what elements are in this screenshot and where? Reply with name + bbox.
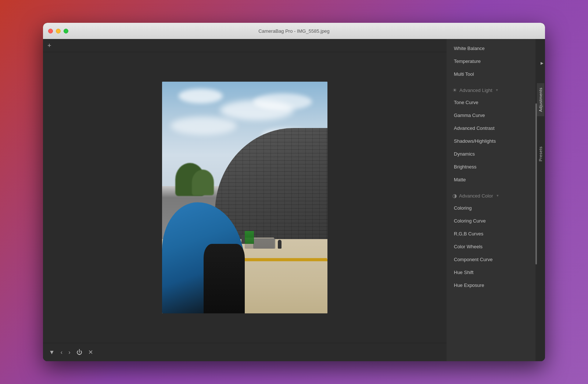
prev-button[interactable]: ‹ <box>61 349 62 356</box>
menu-item-temperature[interactable]: Temperature <box>447 55 537 68</box>
tab-arrow[interactable]: ▶ <box>541 61 544 65</box>
sun-icon: ☀ <box>452 87 457 93</box>
backpack <box>204 244 245 313</box>
photo-container <box>162 82 327 313</box>
dropdown-button[interactable]: ▼ <box>49 349 55 356</box>
right-panel-tabs: ▶ Adjustments Presets <box>537 39 545 361</box>
color-wheel-icon: ◑ <box>452 193 457 199</box>
add-button[interactable]: + <box>47 42 51 49</box>
menu-item-advanced-contrast[interactable]: Advanced Contrast <box>447 122 537 135</box>
menu-item-tone-curve[interactable]: Tone Curve <box>447 96 537 109</box>
menu-item-brightness[interactable]: Brightness <box>447 160 537 173</box>
canvas-area: + <box>43 39 447 361</box>
tab-adjustments[interactable]: Adjustments <box>537 83 544 116</box>
window-title: CameraBag Pro - IMG_5585.jpeg <box>258 28 330 34</box>
close-button[interactable] <box>48 29 53 33</box>
canvas-toolbar-bottom: ▼ ‹ › ⏻ ✕ <box>43 343 447 361</box>
tree-2 <box>192 170 214 195</box>
menu-item-white-balance[interactable]: White Balance <box>447 42 537 55</box>
cloud-4 <box>171 117 237 135</box>
main-content: + <box>43 39 545 361</box>
canvas-toolbar-top: + <box>43 39 447 52</box>
menu-item-coloring[interactable]: Coloring <box>447 202 537 214</box>
next-button[interactable]: › <box>68 349 70 356</box>
power-button[interactable]: ⏻ <box>76 349 82 356</box>
bikes <box>253 238 275 249</box>
menu-item-hue-shift[interactable]: Hue Shift <box>447 266 537 279</box>
traffic-lights <box>48 29 68 33</box>
green-accent <box>245 231 254 244</box>
menu-item-matte[interactable]: Matte <box>447 173 537 186</box>
right-panel: White Balance Temperature Multi Tool ☀ A… <box>447 39 545 361</box>
menu-item-shadows-highlights[interactable]: Shadows/Highlights <box>447 135 537 147</box>
app-window: CameraBag Pro - IMG_5585.jpeg + <box>43 23 545 361</box>
maximize-button[interactable] <box>64 29 68 33</box>
right-panel-content[interactable]: White Balance Temperature Multi Tool ☀ A… <box>447 39 545 361</box>
titlebar: CameraBag Pro - IMG_5585.jpeg <box>43 23 545 39</box>
menu-item-color-wheels[interactable]: Color Wheels <box>447 240 537 253</box>
minimize-button[interactable] <box>56 29 61 33</box>
person-3 <box>278 240 282 249</box>
menu-item-hue-exposure[interactable]: Hue Exposure <box>447 279 537 292</box>
menu-item-rgb-curves[interactable]: R,G,B Curves <box>447 227 537 240</box>
chevron-down-icon-color: ▼ <box>496 194 499 198</box>
menu-item-coloring-curve[interactable]: Coloring Curve <box>447 214 537 227</box>
menu-item-component-curve[interactable]: Component Curve <box>447 253 537 266</box>
section-header-advanced-light[interactable]: ☀ Advanced Light ▼ <box>447 83 537 96</box>
close-canvas-button[interactable]: ✕ <box>88 349 93 356</box>
menu-item-multi-tool[interactable]: Multi Tool <box>447 68 537 81</box>
canvas-view <box>43 52 447 343</box>
menu-item-gamma-curve[interactable]: Gamma Curve <box>447 109 537 122</box>
menu-item-dynamics[interactable]: Dynamics <box>447 147 537 160</box>
cloud-1 <box>179 89 223 103</box>
chevron-down-icon: ▼ <box>495 88 499 92</box>
section-header-advanced-color[interactable]: ◑ Advanced Color ▼ <box>447 188 537 202</box>
cloud-3 <box>253 93 312 110</box>
tab-presets[interactable]: Presets <box>537 142 544 166</box>
photo-image <box>162 82 327 313</box>
